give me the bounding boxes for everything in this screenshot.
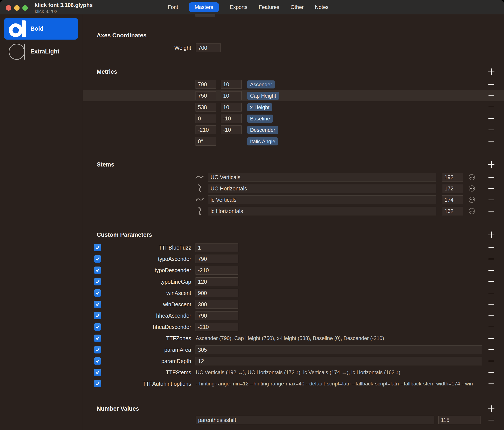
- remove-parameter-button[interactable]: [488, 338, 494, 339]
- parameter-name-label: winDescent: [96, 299, 191, 310]
- add-stem-button[interactable]: [488, 161, 495, 168]
- zoom-button[interactable]: [22, 5, 28, 11]
- stem-direction-icon: [194, 208, 205, 214]
- metric-row: 790 10 Ascender: [83, 79, 504, 90]
- metric-name-badge[interactable]: Descender: [247, 126, 278, 134]
- stem-value-input[interactable]: 174: [442, 195, 463, 204]
- parameter-value[interactable]: 1: [196, 243, 238, 252]
- metric-value-input[interactable]: 538: [196, 103, 216, 111]
- metric-name-badge[interactable]: x-Height: [247, 103, 272, 111]
- stem-value-input[interactable]: 192: [442, 173, 463, 182]
- master-glyph-icon-thin: [8, 44, 26, 60]
- remove-parameter-button[interactable]: [488, 259, 494, 259]
- remove-parameter-button[interactable]: [488, 293, 494, 293]
- remove-parameter-button[interactable]: [488, 361, 494, 361]
- metric-overshoot-input[interactable]: 10: [221, 91, 242, 100]
- number-value-input[interactable]: 115: [438, 416, 481, 424]
- custom-parameter-row: hheaAscender 790: [83, 310, 504, 321]
- metric-value-input[interactable]: 0°: [196, 137, 216, 146]
- parameter-value[interactable]: Ascender (790), Cap Height (750), x-Heig…: [196, 333, 483, 344]
- weight-input[interactable]: 700: [196, 44, 221, 52]
- parameter-value[interactable]: -210: [196, 266, 238, 274]
- parameter-value[interactable]: --hinting-range-min=12 --hinting-range-m…: [196, 378, 483, 389]
- remove-parameter-button[interactable]: [488, 304, 494, 305]
- parameter-value[interactable]: 900: [196, 289, 238, 297]
- stem-name-input[interactable]: lc Verticals: [208, 195, 436, 204]
- master-list-item[interactable]: ExtraLight: [4, 41, 78, 62]
- remove-parameter-button[interactable]: [488, 281, 494, 282]
- stem-options-button[interactable]: [469, 208, 475, 214]
- parameter-value[interactable]: 790: [196, 255, 238, 263]
- custom-parameter-row: TTFBlueFuzz 1: [83, 242, 504, 253]
- stem-value-input[interactable]: 162: [442, 207, 463, 215]
- remove-metric-button[interactable]: [488, 141, 494, 142]
- remove-parameter-button[interactable]: [488, 327, 494, 327]
- metric-name-badge[interactable]: Italic Angle: [247, 137, 278, 146]
- custom-parameter-row: paramArea 305: [83, 344, 504, 356]
- metric-overshoot-input[interactable]: -10: [221, 114, 242, 123]
- add-metric-button[interactable]: [488, 68, 495, 75]
- stems-heading: Stems: [97, 161, 114, 168]
- parameter-value[interactable]: -210: [196, 323, 238, 331]
- remove-parameter-button[interactable]: [488, 349, 494, 350]
- number-value-name-input[interactable]: parenthesisshift: [196, 416, 434, 424]
- metric-overshoot-input[interactable]: 10: [221, 103, 242, 111]
- add-number-value-button[interactable]: [488, 405, 495, 412]
- metric-overshoot-input[interactable]: -10: [221, 125, 242, 134]
- custom-parameter-row: typoAscender 790: [83, 253, 504, 265]
- stem-options-button[interactable]: [469, 174, 475, 180]
- parameter-value[interactable]: UC Verticals (192 ↔), UC Horizontals (17…: [196, 367, 483, 378]
- metric-row: 0 -10 Baseline: [83, 113, 504, 124]
- custom-parameter-row: hheaDescender -210: [83, 321, 504, 333]
- remove-stem-button[interactable]: [488, 188, 494, 189]
- parameter-value[interactable]: 300: [196, 300, 238, 309]
- stem-name-input[interactable]: lc Horizontals: [208, 207, 436, 215]
- stem-name-input[interactable]: UC Horizontals: [208, 184, 436, 193]
- add-custom-parameter-button[interactable]: [488, 231, 495, 238]
- metric-value-input[interactable]: 790: [196, 80, 216, 89]
- remove-metric-button[interactable]: [488, 118, 494, 119]
- stem-row: lc Horizontals 162: [83, 205, 504, 217]
- close-button[interactable]: [6, 5, 11, 11]
- metric-name-badge[interactable]: Cap Height: [247, 92, 279, 100]
- master-list-item[interactable]: Bold: [4, 18, 78, 40]
- parameter-name-label: hheaAscender: [96, 310, 191, 321]
- master-name: Bold: [30, 26, 44, 32]
- metric-value-input[interactable]: 750: [196, 91, 216, 100]
- masters-sidebar: Bold ExtraLight: [0, 14, 83, 430]
- parameter-value[interactable]: 120: [196, 277, 238, 286]
- stem-options-button[interactable]: [469, 185, 475, 192]
- stem-name-input[interactable]: UC Verticals: [208, 173, 436, 182]
- minimize-button[interactable]: [14, 5, 19, 11]
- stem-value-input[interactable]: 172: [442, 184, 463, 193]
- parameter-name-label: typoAscender: [96, 253, 191, 265]
- parameter-value[interactable]: 790: [196, 311, 238, 320]
- remove-parameter-button[interactable]: [488, 372, 494, 373]
- metric-value-input[interactable]: 0: [196, 114, 216, 123]
- weight-label: Weight: [96, 42, 191, 54]
- stem-options-button[interactable]: [469, 197, 475, 203]
- parameter-value[interactable]: 305: [196, 345, 482, 354]
- metric-name-badge[interactable]: Baseline: [247, 115, 273, 123]
- master-name: ExtraLight: [30, 48, 60, 55]
- remove-parameter-button[interactable]: [488, 315, 494, 316]
- remove-parameter-button[interactable]: [488, 270, 494, 271]
- remove-metric-button[interactable]: [488, 95, 494, 96]
- parameter-name-label: paramArea: [96, 344, 191, 356]
- remove-number-value-button[interactable]: [488, 420, 494, 421]
- remove-stem-button[interactable]: [488, 177, 494, 178]
- remove-metric-button[interactable]: [488, 129, 494, 130]
- remove-parameter-button[interactable]: [488, 384, 494, 384]
- parameter-name-label: TTFBlueFuzz: [96, 242, 191, 253]
- metric-name-badge[interactable]: Ascender: [247, 81, 275, 89]
- remove-stem-button[interactable]: [488, 200, 494, 200]
- master-settings-panel: Axes Coordinates Weight 700 Metrics 790 …: [83, 0, 504, 430]
- remove-metric-button[interactable]: [488, 84, 494, 85]
- metric-value-input[interactable]: -210: [196, 125, 216, 134]
- remove-stem-button[interactable]: [488, 211, 494, 211]
- parameter-value[interactable]: 12: [196, 357, 482, 366]
- remove-metric-button[interactable]: [488, 107, 494, 107]
- weight-row: Weight 700: [83, 42, 504, 54]
- remove-parameter-button[interactable]: [488, 247, 494, 248]
- metric-overshoot-input[interactable]: 10: [221, 80, 242, 89]
